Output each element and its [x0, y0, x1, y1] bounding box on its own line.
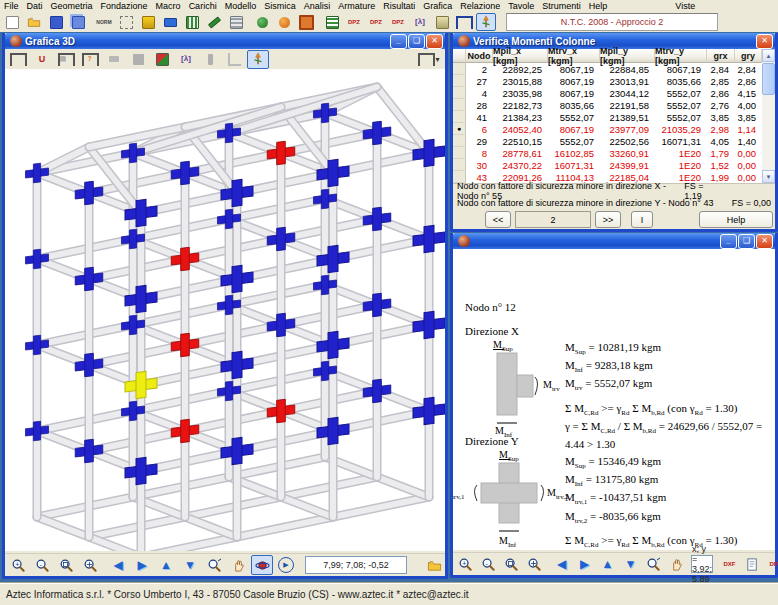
hourglass-icon[interactable]	[138, 13, 158, 31]
level-tool-icon[interactable]	[160, 13, 180, 31]
pan-right-icon[interactable]: ▶	[574, 554, 595, 574]
menu-dati[interactable]: Dati	[23, 1, 47, 11]
menu-grafica[interactable]: Grafica	[419, 1, 456, 11]
xy-coordinates-readout[interactable]: x; y = 3,92; 5,89	[691, 555, 713, 573]
menu-tavole[interactable]: Tavole	[504, 1, 538, 11]
copy-icon[interactable]	[68, 13, 88, 31]
orbit-3d-icon[interactable]	[251, 555, 273, 575]
grafica-3d-titlebar[interactable]: Grafica 3D _ ❏ ✕	[5, 33, 445, 49]
header-gry[interactable]: gry	[735, 49, 762, 63]
zoom-in-icon[interactable]: +	[7, 555, 29, 575]
render-lightning-icon[interactable]	[476, 13, 496, 31]
frame-hatch-icon[interactable]: ▤	[55, 50, 77, 69]
pan-right-icon[interactable]: ▶	[131, 555, 153, 575]
zoom-extents-icon[interactable]	[79, 555, 101, 575]
info-button[interactable]: I	[631, 211, 653, 228]
menu-modello[interactable]: Modello	[221, 1, 261, 11]
frame-dropdown-icon[interactable]: ▾	[413, 50, 445, 69]
hourglass-grid-icon[interactable]	[432, 13, 452, 31]
texture-map-icon[interactable]	[151, 50, 173, 69]
minimize-button[interactable]: _	[720, 234, 737, 249]
pan-down-icon[interactable]: ▼	[179, 555, 201, 575]
grid-table-icon[interactable]	[322, 13, 342, 31]
dpz-comb-icon[interactable]: DPZ	[366, 13, 386, 31]
maximize-button[interactable]: ❏	[738, 234, 755, 249]
zoom-in-icon[interactable]: +	[455, 554, 476, 574]
prev-page-button[interactable]: <<	[485, 211, 511, 228]
menu-sismica[interactable]: Sismica	[260, 1, 300, 11]
maximize-button[interactable]: ❏	[408, 34, 425, 49]
scroll-up-icon[interactable]: ▲	[762, 49, 775, 62]
header-mpil-y[interactable]: Mpil_y [kgm]	[600, 49, 655, 63]
zoom-dynamic-icon[interactable]	[203, 555, 225, 575]
menu-strumenti[interactable]: Strumenti	[538, 1, 585, 11]
play-animation-icon[interactable]: ▶	[275, 555, 297, 575]
header-grx[interactable]: grx	[707, 49, 735, 63]
zoom-window-icon[interactable]	[501, 554, 522, 574]
mode-shape-icon[interactable]: [λ]	[175, 50, 197, 69]
close-button[interactable]: ✕	[426, 34, 443, 49]
building-frame-icon[interactable]	[454, 13, 474, 31]
lambda-icon[interactable]: [λ]	[410, 13, 430, 31]
dpz-export-icon[interactable]: DPZ	[765, 554, 778, 574]
table-row[interactable]: 28 22182,73 8035,66 22191,58 5552,07 2,7…	[453, 99, 762, 111]
table-row[interactable]: 2 22892,25 8067,19 22884,85 8067,19 2,84…	[453, 63, 762, 75]
menu-armature[interactable]: Armature	[334, 1, 379, 11]
zoom-out-icon[interactable]: -	[31, 555, 53, 575]
zoom-dynamic-icon[interactable]	[643, 554, 664, 574]
pan-up-icon[interactable]: ▲	[597, 554, 618, 574]
pan-up-icon[interactable]: ▲	[155, 555, 177, 575]
header-mtrv-x[interactable]: Mtrv_x [kgm]	[548, 49, 600, 63]
page-number-field[interactable]: 2	[515, 211, 591, 228]
frame-query-icon[interactable]: ?	[79, 50, 101, 69]
help-button[interactable]: Help	[699, 211, 773, 228]
sphere-green-icon[interactable]	[252, 13, 272, 31]
zoom-extents-icon[interactable]	[524, 554, 545, 574]
pan-left-icon[interactable]: ◀	[107, 555, 129, 575]
menu-geometria[interactable]: Geometria	[47, 1, 97, 11]
print-preview-icon[interactable]	[742, 554, 763, 574]
dpz-arrow-icon[interactable]: DPZ	[344, 13, 364, 31]
pan-down-icon[interactable]: ▼	[620, 554, 641, 574]
header-mpil-x[interactable]: Mpil_x [kgm]	[493, 49, 548, 63]
menu-risultati[interactable]: Risultati	[379, 1, 419, 11]
menu-carichi[interactable]: Carichi	[185, 1, 221, 11]
pan-left-icon[interactable]: ◀	[551, 554, 572, 574]
norm-icon[interactable]: NORM	[94, 13, 114, 31]
header-nodo[interactable]: Nodo	[466, 49, 493, 63]
save-view-icon[interactable]	[423, 555, 445, 575]
table-row[interactable]: 8 28778,61 16102,85 33260,91 1E20 1,79 0…	[453, 147, 762, 159]
menu-fondazione[interactable]: Fondazione	[97, 1, 152, 11]
open-file-icon[interactable]	[24, 13, 44, 31]
new-document-icon[interactable]	[2, 13, 22, 31]
save-icon[interactable]	[46, 13, 66, 31]
pan-hand-icon[interactable]	[666, 554, 687, 574]
render-torch-icon[interactable]	[247, 50, 269, 69]
coordinates-readout[interactable]: 7,99; 7,08; -0,52	[305, 556, 407, 574]
zoom-window-icon[interactable]	[55, 555, 77, 575]
dpz-x-icon[interactable]: DPZ	[388, 13, 408, 31]
menu-file[interactable]: File	[0, 1, 23, 11]
model-3d-canvas[interactable]	[5, 69, 445, 551]
menu-help[interactable]: Help	[585, 1, 612, 11]
box-red-icon[interactable]	[296, 13, 316, 31]
menu-analisi[interactable]: Analisi	[300, 1, 335, 11]
pencil-icon[interactable]	[204, 13, 224, 31]
menu-relazione[interactable]: Relazione	[456, 1, 504, 11]
menu-viste[interactable]: Viste	[671, 1, 699, 11]
section-comb-icon[interactable]	[226, 13, 246, 31]
close-button[interactable]: ✕	[756, 234, 773, 249]
table-row[interactable]: 29 22510,15 5552,07 22502,56 16071,31 4,…	[453, 135, 762, 147]
scrollbar-thumb[interactable]	[762, 63, 775, 95]
frame-view-icon[interactable]	[7, 50, 29, 69]
table-row[interactable]: 41 21384,23 5552,07 21389,51 5552,07 3,8…	[453, 111, 762, 123]
menu-macro[interactable]: Macro	[152, 1, 185, 11]
table-row[interactable]: 4 23035,98 8067,19 23044,12 5552,07 2,86…	[453, 87, 762, 99]
selection-marquee-icon[interactable]	[116, 13, 136, 31]
report-titlebar[interactable]: _ ❏ ✕	[453, 233, 775, 249]
close-button[interactable]: ✕	[756, 34, 773, 49]
table-row[interactable]: 30 24370,22 16071,31 24399,91 1E20 1,52 …	[453, 159, 762, 171]
pan-hand-icon[interactable]	[227, 555, 249, 575]
displacement-icon[interactable]: U	[31, 50, 53, 69]
header-mtrv-y[interactable]: Mtrv_y [kgm]	[655, 49, 707, 63]
